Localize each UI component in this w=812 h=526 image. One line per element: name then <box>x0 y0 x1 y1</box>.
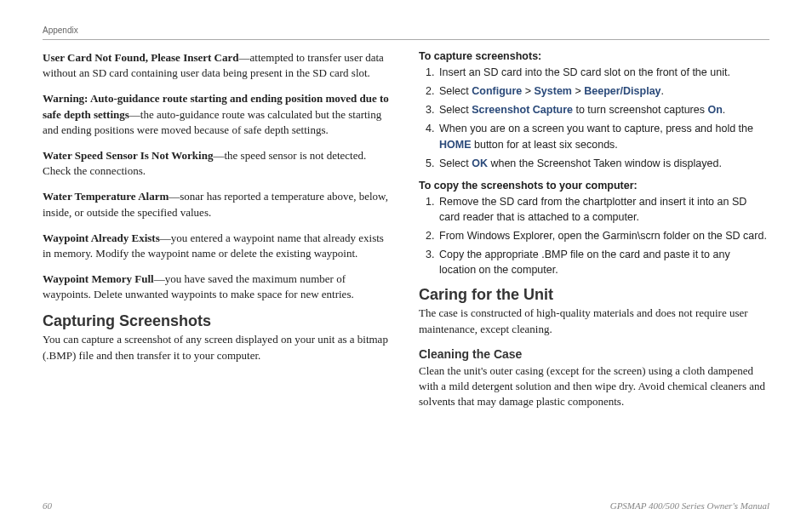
msg-water-speed: Water Speed Sensor Is Not Working—the sp… <box>43 148 393 179</box>
copy-steps: Remove the SD card from the chartplotter… <box>419 194 769 278</box>
heading-capturing-screenshots: Capturing Screenshots <box>43 312 393 330</box>
heading-caring: Caring for the Unit <box>419 286 769 304</box>
heading-to-capture: To capture screenshots: <box>419 50 769 62</box>
page-number: 60 <box>43 500 52 511</box>
capture-steps: Insert an SD card into the SD card slot … <box>419 65 769 171</box>
msg-waypoint-exists: Waypoint Already Exists—you entered a wa… <box>43 231 393 261</box>
section-header: Appendix <box>43 26 769 35</box>
msg-waypoint-full: Waypoint Memory Full—you have saved the … <box>43 272 393 302</box>
msg-auto-guidance: Warning: Auto-guidance route starting an… <box>43 91 393 138</box>
footer: 60 GPSMAP 400/500 Series Owner's Manual <box>43 500 769 511</box>
manual-title: GPSMAP 400/500 Series Owner's Manual <box>610 500 769 511</box>
para-caring: The case is constructed of high-quality … <box>419 306 769 336</box>
list-item: When you are on a screen you want to cap… <box>437 121 769 152</box>
list-item: Insert an SD card into the SD card slot … <box>437 65 769 80</box>
list-item: Copy the appropriate .BMP file on the ca… <box>437 247 769 277</box>
content-columns: User Card Not Found, Please Insert Card—… <box>43 50 769 420</box>
list-item: Select Configure > System > Beeper/Displ… <box>437 83 769 99</box>
msg-water-temp: Water Temperature Alarm—sonar has report… <box>43 189 393 220</box>
list-item: Remove the SD card from the chartplotter… <box>437 194 769 225</box>
para-cleaning: Clean the unit's outer casing (except fo… <box>419 363 769 410</box>
list-item: Select Screenshot Capture to turn screen… <box>437 102 769 117</box>
msg-user-card: User Card Not Found, Please Insert Card—… <box>43 50 393 81</box>
divider <box>43 39 769 40</box>
right-column: To capture screenshots: Insert an SD car… <box>419 50 769 420</box>
list-item: From Windows Explorer, open the Garmin\s… <box>437 228 769 243</box>
para-screenshot-intro: You can capture a screenshot of any scre… <box>43 332 393 363</box>
left-column: User Card Not Found, Please Insert Card—… <box>43 50 393 420</box>
heading-cleaning-case: Cleaning the Case <box>419 347 769 361</box>
heading-to-copy: To copy the screenshots to your computer… <box>419 180 769 192</box>
list-item: Select OK when the Screenshot Taken wind… <box>437 156 769 171</box>
